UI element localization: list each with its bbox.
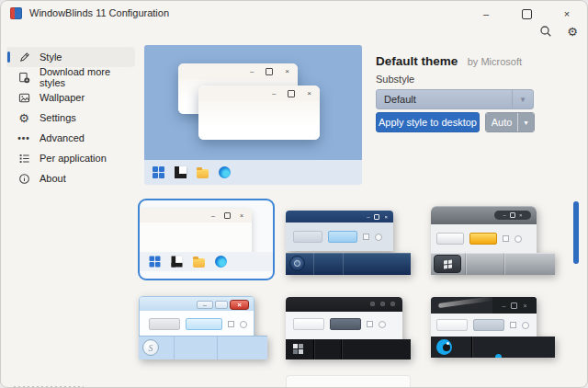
folder-icon <box>197 169 209 178</box>
thumb-window: – × <box>139 296 254 337</box>
thumb-radio <box>375 234 382 241</box>
preview-taskbar <box>144 160 362 185</box>
settings-gear-button[interactable]: ⚙ <box>562 22 582 40</box>
thumb-button-highlight <box>469 233 497 245</box>
app-grid-icon <box>293 344 303 354</box>
theme-author: by Microsoft <box>468 56 522 67</box>
edge-browser-icon <box>215 256 227 268</box>
folder-icon <box>193 258 205 268</box>
minimize-icon: – <box>211 212 215 219</box>
thumb-taskbar <box>431 337 555 358</box>
sidebar-item-label: About <box>40 173 66 184</box>
search-button[interactable] <box>536 22 556 40</box>
close-icon: × <box>523 302 526 309</box>
chevron-down-icon: ▾ <box>524 119 527 127</box>
maximize-icon <box>510 212 515 218</box>
style-thumbnail-dark-minimal[interactable] <box>286 297 411 359</box>
thumb-button <box>436 233 464 245</box>
apply-style-button[interactable]: Apply style to desktop <box>376 112 480 132</box>
windowblinds-configuration-window: WindowBlinds 11 Configuration – × ⚙ Styl… <box>0 0 588 388</box>
thumb-window: – × <box>431 297 537 337</box>
theme-preview: – × – × <box>144 45 362 185</box>
minimize-icon: – <box>503 302 506 309</box>
maximize-icon <box>374 214 379 220</box>
thumb-checkbox <box>367 321 373 327</box>
sidebar-item-label: Advanced <box>40 132 85 143</box>
substyle-dropdown[interactable]: Default ▾ <box>376 89 534 109</box>
notification-dot <box>495 354 502 358</box>
app-logo-icon <box>10 7 22 19</box>
sidebar-item-about[interactable]: About <box>6 168 135 188</box>
style-thumbnail-silver-gold[interactable]: – × <box>431 205 555 275</box>
maximize-icon <box>288 90 295 97</box>
substyle-value: Default <box>377 94 512 105</box>
auto-button[interactable]: Auto <box>486 113 517 131</box>
scrollbar-thumb[interactable] <box>573 201 579 264</box>
sidebar-item-style[interactable]: Style <box>6 47 135 67</box>
minimize-icon: – <box>197 301 213 309</box>
thumb-taskbar <box>286 339 411 359</box>
search-icon <box>539 25 552 38</box>
close-icon: × <box>307 89 311 97</box>
auto-dropdown-button[interactable]: ▾ <box>517 113 534 131</box>
chevron-down-icon: ▾ <box>512 90 533 108</box>
thumb-button-highlight <box>328 231 357 243</box>
info-icon <box>17 173 30 185</box>
thumb-button <box>293 231 322 243</box>
thumb-window: – × <box>286 211 393 251</box>
sidebar-item-wallpaper[interactable]: Wallpaper <box>6 87 135 108</box>
maximize-icon <box>224 212 231 219</box>
sidebar-item-download-more-styles[interactable]: Download more styles <box>6 67 135 87</box>
edge-browser-icon <box>219 166 231 178</box>
style-thumbnail-partial[interactable] <box>286 375 411 388</box>
maximize-icon <box>266 68 273 75</box>
style-thumbnail-aero-blue[interactable]: – × S <box>139 295 267 359</box>
close-icon: × <box>519 212 523 218</box>
thumb-window: – × <box>431 206 537 253</box>
gloss-highlight <box>438 297 493 308</box>
style-thumbnail-black-glossy[interactable]: – × <box>431 297 555 358</box>
preview-window-titlebar: – × <box>178 63 298 79</box>
sidebar-item-per-application[interactable]: Per application <box>6 148 135 168</box>
thumb-taskbar <box>140 252 273 271</box>
thumb-checkbox <box>363 234 369 240</box>
minimize-button[interactable]: – <box>466 1 506 27</box>
thumb-checkbox <box>228 321 234 327</box>
style-thumbnail-dark-blue[interactable]: – × <box>286 205 411 275</box>
thumb-radio <box>379 321 386 328</box>
thumb-window <box>286 297 402 339</box>
preview-desktop: – × – × <box>144 45 362 160</box>
sidebar-item-label: Style <box>40 51 62 63</box>
sidebar-item-label: Wallpaper <box>40 92 85 103</box>
close-icon: × <box>285 67 289 75</box>
start-button-icon <box>434 255 461 273</box>
minimize-icon: – <box>483 8 489 19</box>
windows-logo-icon <box>150 257 161 268</box>
download-styles-icon <box>17 72 30 84</box>
close-icon: × <box>384 214 388 220</box>
image-icon <box>17 92 30 104</box>
sidebar-item-settings[interactable]: ⚙ Settings <box>6 108 135 128</box>
minimize-icon: – <box>367 214 369 220</box>
thumb-taskbar <box>286 253 411 275</box>
thumb-taskbar <box>431 253 555 275</box>
thumb-button-highlight <box>186 318 222 330</box>
window-title: WindowBlinds 11 Configuration <box>29 7 169 18</box>
blue-orb-icon <box>436 339 452 355</box>
sidebar-item-label: Settings <box>40 112 76 123</box>
sidebar-item-label: Per application <box>40 153 107 164</box>
close-icon: × <box>564 8 570 19</box>
minimize-icon: – <box>272 89 276 97</box>
windows-logo-icon <box>153 166 164 178</box>
stardock-orb-icon: S <box>142 339 159 356</box>
close-icon: × <box>230 300 249 310</box>
pencil-icon <box>17 51 30 63</box>
thumb-taskbar: S <box>139 336 267 359</box>
window-button-dots-icon <box>370 302 395 306</box>
thumb-radio <box>240 321 247 328</box>
thumb-checkbox <box>503 235 509 242</box>
quick-actions: ⚙ <box>536 22 582 40</box>
style-thumbnail-default-light-selected[interactable]: – × <box>138 199 275 280</box>
sidebar-item-advanced[interactable]: ••• Advanced <box>6 128 135 148</box>
thumb-button-highlight <box>330 318 361 330</box>
